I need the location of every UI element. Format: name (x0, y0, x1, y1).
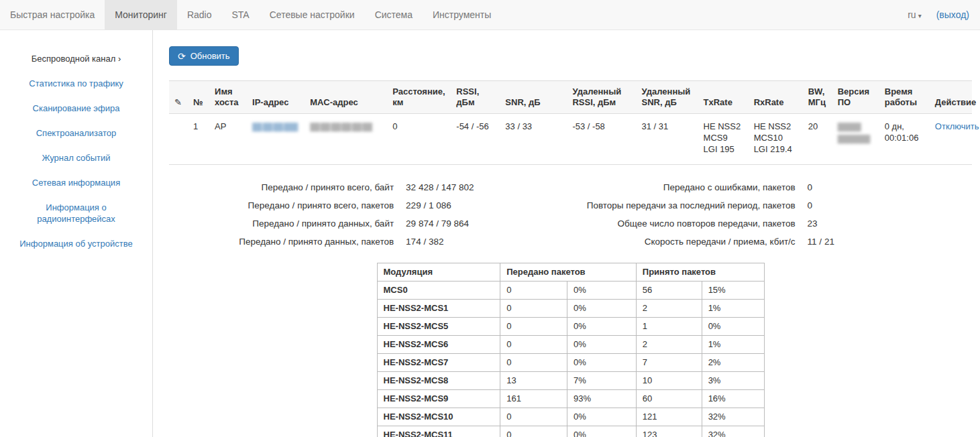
chevron-right-icon: › (118, 54, 121, 64)
tx-count: 0 (500, 408, 567, 426)
refresh-button[interactable]: ⟳ Обновить (169, 46, 239, 66)
modulation-name: HE-NSS2-MCS11 (377, 426, 500, 437)
top-navbar: Быстрая настройка Мониторинг Radio STA С… (0, 0, 980, 30)
stat-value: 23 (808, 218, 818, 229)
col-number: № (188, 81, 209, 114)
col-snr: SNR, дБ (500, 81, 567, 114)
logout-link[interactable]: (выход) (936, 9, 969, 20)
col-hostname: Имя хоста (209, 81, 247, 114)
rx-count: 2 (636, 336, 702, 354)
col-txrate: TxRate (698, 81, 749, 114)
rx-percent: 16% (702, 390, 764, 408)
cell-edit (169, 114, 188, 165)
tab-monitoring[interactable]: Мониторинг (105, 0, 177, 29)
sidebar-item-network-info[interactable]: Сетевая информация (0, 170, 152, 195)
stat-line: Передано / принято всего, байт 32 428 / … (169, 178, 571, 196)
sidebar-item-wireless-channel[interactable]: Беспроводной канал › (0, 46, 152, 71)
stat-line: Передано с ошибками, пакетов 0 (571, 178, 973, 196)
tx-percent: 0% (567, 336, 637, 354)
stat-line: Повторы передачи за последний период, па… (571, 196, 973, 214)
sidebar-item-event-log[interactable]: Журнал событий (0, 145, 152, 170)
sidebar-item-label: Беспроводной канал (32, 54, 116, 64)
rx-count: 2 (636, 300, 702, 318)
modulation-name: HE-NSS2-MCS7 (377, 354, 500, 372)
tab-system[interactable]: Система (365, 0, 423, 29)
rx-count: 1 (636, 318, 702, 336)
col-rssi: RSSI, дБм (451, 81, 500, 114)
rx-count: 123 (636, 426, 702, 437)
sidebar-item-device-info[interactable]: Информация об устройстве (0, 231, 152, 256)
table-row: HE-NSS2-MCS10 0 0% 121 32% (377, 408, 764, 426)
col-remote-snr: Удаленный SNR, дБ (637, 81, 698, 114)
top-tabs: Быстрая настройка Мониторинг Radio STA С… (0, 0, 501, 29)
stations-table: ✎ № Имя хоста IP-адрес MAC-адрес Расстоя… (169, 80, 972, 165)
col-bw: BW, МГц (803, 81, 832, 114)
cell-txrate: HE NSS2 MCS9 LGI 195 (698, 114, 749, 165)
stat-label: Передано / принято всего, пакетов (169, 200, 406, 210)
rx-percent: 32% (702, 426, 764, 437)
stat-value: 29 874 / 79 864 (406, 218, 469, 229)
cell-mac-redacted: ██:██:██:██:██:██ (310, 123, 372, 131)
tab-quick-setup[interactable]: Быстрая настройка (0, 0, 105, 29)
rx-percent: 1% (702, 300, 764, 318)
main-layout: Беспроводной канал › Статистика по трафи… (0, 30, 980, 437)
modulation-name: HE-NSS2-MCS8 (377, 372, 500, 390)
col-action: Действие (930, 81, 972, 114)
rx-count: 7 (636, 354, 702, 372)
refresh-button-label: Обновить (190, 51, 230, 61)
tx-count: 0 (500, 354, 567, 372)
tx-percent: 0% (567, 354, 637, 372)
table-row: HE-NSS2-MCS11 0 0% 123 32% (377, 426, 764, 437)
tab-network-settings[interactable]: Сетевые настройки (260, 0, 365, 29)
table-row: MCS0 0 0% 56 15% (377, 282, 764, 300)
tx-percent: 0% (567, 300, 637, 318)
sidebar-item-air-scan[interactable]: Сканирование эфира (0, 96, 152, 121)
rx-count: 60 (636, 390, 702, 408)
col-mac: MAC-адрес (305, 81, 387, 114)
tx-count: 0 (500, 426, 567, 437)
tx-percent: 0% (567, 426, 637, 437)
col-rx-packets: Принято пакетов (636, 263, 764, 282)
col-uptime: Время работы (879, 81, 930, 114)
traffic-statistics: Передано / принято всего, байт 32 428 / … (169, 178, 972, 251)
cell-hostname: AP (209, 114, 247, 165)
stat-line: Передано / принято данных, байт 29 874 /… (169, 214, 571, 233)
rx-percent: 0% (702, 318, 764, 336)
stats-right-column: Передано с ошибками, пакетов 0 Повторы п… (571, 178, 973, 251)
col-tx-packets: Передано пакетов (500, 263, 637, 282)
tab-sta[interactable]: STA (222, 0, 260, 29)
cell-uptime: 0 дн, 00:01:06 (879, 114, 930, 165)
sidebar-item-traffic-stats[interactable]: Статистика по трафику (0, 71, 152, 96)
modulation-name: HE-NSS2-MCS1 (377, 300, 500, 318)
stat-line: Передано / принято данных, пакетов 174 /… (169, 233, 571, 251)
modulation-name: HE-NSS2-MCS10 (377, 408, 500, 426)
chevron-down-icon: ▾ (918, 12, 922, 19)
stat-label: Общее число повторов передачи, пакетов (571, 218, 808, 229)
page: Быстрая настройка Мониторинг Radio STA С… (0, 0, 980, 437)
tx-count: 0 (500, 336, 567, 354)
stat-value: 11 / 21 (808, 237, 834, 247)
tab-radio[interactable]: Radio (177, 0, 222, 29)
stat-label: Скорость передачи / приема, кбит/с (571, 237, 808, 247)
language-dropdown[interactable]: ru▾ (908, 9, 921, 20)
tx-count: 0 (500, 282, 567, 300)
rx-count: 121 (636, 408, 702, 426)
modulation-table: Модуляция Передано пакетов Принято пакет… (377, 263, 765, 437)
pencil-icon[interactable]: ✎ (174, 97, 182, 107)
stat-line: Скорость передачи / приема, кбит/с 11 / … (571, 233, 973, 251)
stat-value: 174 / 382 (406, 237, 443, 247)
sidebar-item-spectrum-analyzer[interactable]: Спектроанализатор (0, 121, 152, 145)
content-area: ⟳ Обновить ✎ № Имя хоста IP-адрес (153, 30, 980, 437)
disconnect-link[interactable]: Отключить (935, 121, 979, 131)
sidebar-item-radio-interfaces-info[interactable]: Информация о радиоинтерфейсах (0, 195, 152, 231)
cell-ip-redacted: ██.██.██.███ (252, 123, 297, 131)
table-row: HE-NSS2-MCS7 0 0% 7 2% (377, 354, 764, 372)
tab-tools[interactable]: Инструменты (423, 0, 501, 29)
cell-distance: 0 (387, 114, 451, 165)
tx-percent: 93% (567, 390, 637, 408)
cell-remote-rssi: -53 / -58 (567, 114, 636, 165)
stations-header-row: ✎ № Имя хоста IP-адрес MAC-адрес Расстоя… (169, 81, 972, 114)
stat-value: 229 / 1 086 (406, 200, 451, 210)
stat-label: Повторы передачи за последний период, па… (571, 200, 808, 210)
col-remote-rssi: Удаленный RSSI, дБм (567, 81, 636, 114)
